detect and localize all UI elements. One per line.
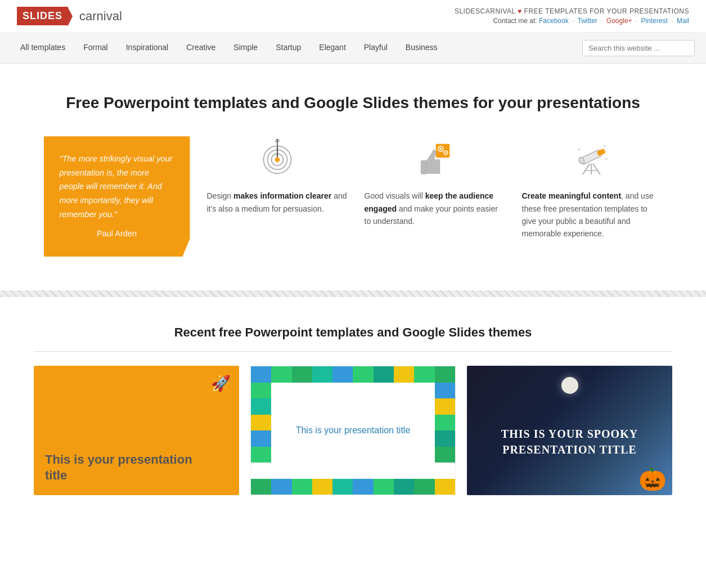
contact-label: Contact me at: bbox=[493, 17, 537, 25]
svg-text:+: + bbox=[604, 157, 607, 163]
recent-section: Recent free Powerpoint templates and Goo… bbox=[0, 308, 706, 512]
feature-content-text: Create meaningful content, and use these… bbox=[522, 190, 663, 240]
pumpkin-icon: 🎃 bbox=[638, 466, 667, 492]
nav-startup[interactable]: Startup bbox=[267, 33, 310, 64]
templates-grid: 🚀 This is your presentation title bbox=[34, 366, 672, 495]
nav-business[interactable]: Business bbox=[397, 33, 447, 64]
features-row: "The more strikingly visual your present… bbox=[44, 136, 663, 257]
rocket-icon: 🚀 bbox=[211, 374, 231, 393]
template-card-orange[interactable]: 🚀 This is your presentation title bbox=[34, 366, 239, 495]
recent-title: Recent free Powerpoint templates and Goo… bbox=[34, 325, 672, 340]
contact-twitter[interactable]: Twitter bbox=[577, 17, 597, 25]
card-mosaic-title: This is your presentation title bbox=[296, 424, 411, 437]
logo-area[interactable]: SLIDES carnival bbox=[17, 7, 122, 25]
svg-text:+: + bbox=[577, 147, 580, 152]
nav-bar: All templates Formal Inspirational Creat… bbox=[0, 33, 706, 64]
search-input[interactable] bbox=[582, 40, 695, 56]
nav-inspirational[interactable]: Inspirational bbox=[117, 33, 178, 64]
card-mosaic-text-box: This is your presentation title bbox=[282, 412, 425, 448]
sep2: · bbox=[601, 17, 602, 25]
telescope-icon: + + + bbox=[522, 136, 663, 181]
feature-visuals: Good visuals will keep the audience enga… bbox=[365, 136, 505, 227]
header-contacts: Contact me at: Facebook · Twitter · Goog… bbox=[455, 17, 689, 25]
logo-carnival-text: carnival bbox=[79, 9, 122, 24]
card-spooky-bg: This is your spooky presentation title 🎃 bbox=[467, 366, 672, 495]
logo-slides-text: SLIDES bbox=[23, 10, 62, 21]
card-spooky-title: This is your spooky presentation title bbox=[478, 426, 661, 457]
svg-line-21 bbox=[582, 164, 590, 174]
header: SLIDES carnival SLIDESCARNIVAL ♥ FREE TE… bbox=[0, 0, 706, 33]
feature-visuals-text: Good visuals will keep the audience enga… bbox=[365, 190, 505, 227]
contact-facebook[interactable]: Facebook bbox=[539, 17, 569, 25]
section-divider bbox=[0, 290, 706, 297]
svg-line-3 bbox=[278, 141, 279, 142]
card-orange-title-main: This is your presentation bbox=[45, 452, 192, 466]
nav-elegant[interactable]: Elegant bbox=[310, 33, 354, 64]
nav-simple[interactable]: Simple bbox=[224, 33, 267, 64]
sep4: · bbox=[671, 17, 673, 25]
svg-rect-10 bbox=[421, 161, 426, 174]
quote-block: "The more strikingly visual your present… bbox=[44, 136, 190, 257]
logo-slides-box: SLIDES bbox=[17, 7, 68, 25]
feature-design: Design makes information clearer and it'… bbox=[207, 136, 348, 215]
contact-googleplus[interactable]: Google+ bbox=[606, 17, 632, 25]
header-right: SLIDESCARNIVAL ♥ FREE TEMPLATES FOR YOUR… bbox=[455, 7, 689, 25]
nav-formal[interactable]: Formal bbox=[74, 33, 117, 64]
moon-shape bbox=[561, 377, 578, 394]
feature-content: + + + Create mean bbox=[522, 136, 663, 240]
card-orange-title-accent: title bbox=[45, 468, 67, 482]
nav-creative[interactable]: Creative bbox=[177, 33, 224, 64]
sep3: · bbox=[636, 17, 637, 25]
card-mosaic-bg: This is your presentation title bbox=[250, 366, 456, 495]
template-card-mosaic[interactable]: This is your presentation title bbox=[250, 366, 456, 495]
header-tagline: SLIDESCARNIVAL ♥ FREE TEMPLATES FOR YOUR… bbox=[455, 7, 689, 15]
template-card-spooky[interactable]: This is your spooky presentation title 🎃 bbox=[467, 366, 672, 495]
contact-mail[interactable]: Mail bbox=[677, 17, 689, 25]
nav-all-templates[interactable]: All templates bbox=[11, 33, 74, 64]
sep1: · bbox=[572, 17, 574, 25]
quote-author: Paul Arden bbox=[60, 227, 174, 241]
svg-point-7 bbox=[275, 158, 280, 163]
nav-playful[interactable]: Playful bbox=[355, 33, 397, 64]
card-orange-title: This is your presentation title bbox=[45, 452, 228, 484]
thumbsup-icon bbox=[365, 136, 505, 181]
card-orange-bg: 🚀 This is your presentation title bbox=[34, 366, 239, 495]
recent-divider bbox=[34, 351, 672, 352]
feature-design-text: Design makes information clearer and it'… bbox=[207, 190, 348, 215]
hero-title: Free Powerpoint templates and Google Sli… bbox=[34, 92, 672, 114]
svg-line-23 bbox=[592, 164, 600, 174]
target-icon bbox=[207, 136, 348, 181]
contact-pinterest[interactable]: Pinterest bbox=[641, 17, 668, 25]
tagline-text: SLIDESCARNIVAL ♥ FREE TEMPLATES FOR YOUR… bbox=[455, 7, 689, 15]
svg-point-14 bbox=[444, 152, 446, 154]
heart-icon: ♥ bbox=[518, 7, 522, 15]
hero-section: Free Powerpoint templates and Google Sli… bbox=[0, 64, 706, 279]
svg-marker-1 bbox=[276, 139, 278, 140]
svg-line-2 bbox=[275, 141, 276, 142]
svg-point-12 bbox=[439, 148, 442, 150]
svg-text:+: + bbox=[603, 143, 606, 149]
nav-items: All templates Formal Inspirational Creat… bbox=[11, 33, 582, 64]
quote-text: "The more strikingly visual your present… bbox=[60, 154, 173, 219]
